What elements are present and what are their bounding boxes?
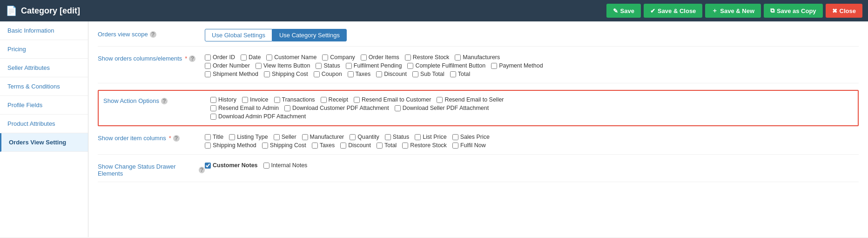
- use-category-settings-btn[interactable]: Use Category Settings: [272, 29, 347, 41]
- col-customer-name[interactable]: Customer Name: [266, 53, 322, 61]
- col-sub-total[interactable]: Sub Total: [412, 70, 450, 78]
- item-col-total[interactable]: Total: [377, 141, 402, 150]
- action-options-row-3: Download Admin PDF Attachment: [210, 112, 853, 121]
- item-col-title[interactable]: Title: [205, 133, 229, 141]
- use-global-settings-btn[interactable]: Use Global Settings: [205, 29, 272, 41]
- col-date[interactable]: Date: [241, 53, 266, 61]
- sidebar-item-seller-attributes[interactable]: Seller Attributes: [0, 59, 88, 77]
- item-col-taxes[interactable]: Taxes: [312, 141, 341, 150]
- show-orders-columns-row: Show orders columns/elements * ? Order I…: [98, 53, 859, 83]
- close-button[interactable]: ✖ Close: [826, 4, 862, 18]
- action-transactions[interactable]: Transactions: [274, 95, 321, 104]
- show-action-options-row: Show Action Options ? History Invoice Tr…: [98, 90, 859, 126]
- status-customer-notes[interactable]: Customer Notes: [205, 161, 263, 170]
- sidebar-item-terms-conditions[interactable]: Terms & Conditions: [0, 77, 88, 96]
- col-view-items-button[interactable]: View Items Button: [256, 61, 316, 70]
- top-bar: 📄 Category [edit] ✎ Save ✔ Save & Close …: [0, 0, 868, 21]
- col-fulfilment-pending[interactable]: Fulfilment Pending: [346, 61, 408, 70]
- close-icon: ✖: [832, 7, 837, 14]
- item-col-discount[interactable]: Discount: [340, 141, 377, 150]
- show-order-item-columns-label: Show order item columns * ?: [98, 133, 205, 142]
- save-copy-button[interactable]: ⧉ Save as Copy: [764, 4, 823, 18]
- orders-view-scope-label: Orders view scope ?: [98, 29, 205, 38]
- copy-icon: ⧉: [770, 7, 774, 14]
- show-change-status-row: Show Change Status Drawer Elements ? Cus…: [98, 161, 859, 182]
- sidebar-item-orders-view-setting[interactable]: Orders View Setting: [0, 133, 88, 152]
- page-title: 📄 Category [edit]: [6, 5, 80, 16]
- orders-view-scope-row: Orders view scope ? Use Global Settings …: [98, 29, 859, 47]
- scope-buttons: Use Global Settings Use Category Setting…: [205, 29, 859, 41]
- show-order-item-columns-row: Show order item columns * ? Title Listin…: [98, 133, 859, 155]
- action-resend-email-customer[interactable]: Resend Email to Customer: [354, 95, 437, 104]
- item-col-shipping-method[interactable]: Shipping Method: [205, 141, 262, 150]
- show-orders-columns-label: Show orders columns/elements * ?: [98, 53, 205, 62]
- col-shipment-method[interactable]: Shipment Method: [205, 70, 264, 78]
- col-coupon[interactable]: Coupon: [314, 70, 348, 78]
- sidebar-item-basic-information[interactable]: Basic Information: [0, 21, 88, 40]
- col-discount[interactable]: Discount: [376, 70, 412, 78]
- item-col-fulfil-now[interactable]: Fulfil Now: [452, 141, 491, 150]
- orders-view-scope-help[interactable]: ?: [150, 31, 156, 38]
- col-manufacturers[interactable]: Manufacturers: [455, 53, 505, 61]
- change-status-row-1: Customer Notes Internal Notes: [205, 161, 859, 170]
- sidebar-item-product-attributes[interactable]: Product Attributes: [0, 115, 88, 133]
- checkmark-icon: ✔: [650, 7, 655, 14]
- col-shipping-cost[interactable]: Shipping Cost: [264, 70, 314, 78]
- col-order-items[interactable]: Order Items: [361, 53, 405, 61]
- orders-view-scope-content: Use Global Settings Use Category Setting…: [205, 29, 859, 41]
- col-payment-method[interactable]: Payment Method: [491, 61, 549, 70]
- show-order-item-columns-help[interactable]: ?: [173, 135, 180, 142]
- show-order-item-columns-content: Title Listing Type Seller Manufacturer Q…: [205, 133, 859, 150]
- item-col-status[interactable]: Status: [385, 133, 415, 141]
- show-change-status-content: Customer Notes Internal Notes: [205, 161, 859, 170]
- action-download-seller-pdf[interactable]: Download Seller PDF Attachment: [395, 104, 495, 112]
- col-status[interactable]: Status: [316, 61, 345, 70]
- col-company[interactable]: Company: [322, 53, 361, 61]
- item-col-sales-price[interactable]: Sales Price: [452, 133, 495, 141]
- col-order-id[interactable]: Order ID: [205, 53, 241, 61]
- sidebar-item-profile-fields[interactable]: Profile Fields: [0, 96, 88, 115]
- action-options-row-1: History Invoice Transactions Receipt Res…: [210, 95, 853, 104]
- plus-icon: ＋: [712, 7, 718, 15]
- action-invoice[interactable]: Invoice: [242, 95, 274, 104]
- item-col-manufacturer[interactable]: Manufacturer: [302, 133, 350, 141]
- item-col-listing-type[interactable]: Listing Type: [229, 133, 273, 141]
- save-icon: ✎: [613, 7, 618, 14]
- main-content: Orders view scope ? Use Global Settings …: [88, 21, 868, 237]
- orders-columns-row-3: Shipment Method Shipping Cost Coupon Tax…: [205, 70, 859, 78]
- save-button[interactable]: ✎ Save: [606, 4, 641, 18]
- status-internal-notes[interactable]: Internal Notes: [263, 161, 313, 170]
- action-receipt[interactable]: Receipt: [321, 95, 354, 104]
- item-columns-row-1: Title Listing Type Seller Manufacturer Q…: [205, 133, 859, 141]
- item-col-shipping-cost[interactable]: Shipping Cost: [262, 141, 312, 150]
- sidebar: Basic InformationPricingSeller Attribute…: [0, 21, 88, 237]
- col-total[interactable]: Total: [450, 70, 476, 78]
- action-history[interactable]: History: [210, 95, 242, 104]
- action-resend-email-admin[interactable]: Resend Email to Admin: [210, 104, 284, 112]
- item-columns-row-2: Shipping Method Shipping Cost Taxes Disc…: [205, 141, 859, 150]
- item-col-seller[interactable]: Seller: [274, 133, 302, 141]
- action-resend-email-seller[interactable]: Resend Email to Seller: [437, 95, 509, 104]
- show-change-status-label: Show Change Status Drawer Elements ?: [98, 161, 205, 177]
- page-icon: 📄: [6, 5, 17, 16]
- item-col-restore-stock[interactable]: Restore Stock: [402, 141, 452, 150]
- orders-columns-row-1: Order ID Date Customer Name Company Orde…: [205, 53, 859, 61]
- show-orders-columns-help[interactable]: ?: [189, 55, 195, 62]
- show-action-options-content: History Invoice Transactions Receipt Res…: [210, 95, 853, 121]
- item-col-quantity[interactable]: Quantity: [350, 133, 385, 141]
- col-order-number[interactable]: Order Number: [205, 61, 256, 70]
- header-actions: ✎ Save ✔ Save & Close ＋ Save & New ⧉ Sav…: [606, 4, 862, 18]
- save-new-button[interactable]: ＋ Save & New: [705, 4, 761, 18]
- action-download-customer-pdf[interactable]: Download Customer PDF Attachment: [284, 104, 395, 112]
- orders-columns-row-2: Order Number View Items Button Status Fu…: [205, 61, 859, 70]
- show-action-options-help[interactable]: ?: [161, 98, 168, 104]
- col-complete-fulfilment-button[interactable]: Complete Fulfilment Button: [407, 61, 491, 70]
- item-col-list-price[interactable]: List Price: [415, 133, 452, 141]
- col-taxes[interactable]: Taxes: [348, 70, 377, 78]
- col-restore-stock[interactable]: Restore Stock: [405, 53, 455, 61]
- action-download-admin-pdf[interactable]: Download Admin PDF Attachment: [210, 112, 311, 121]
- layout: Basic InformationPricingSeller Attribute…: [0, 21, 868, 237]
- sidebar-item-pricing[interactable]: Pricing: [0, 40, 88, 59]
- show-change-status-help[interactable]: ?: [199, 167, 205, 173]
- save-close-button[interactable]: ✔ Save & Close: [644, 4, 702, 18]
